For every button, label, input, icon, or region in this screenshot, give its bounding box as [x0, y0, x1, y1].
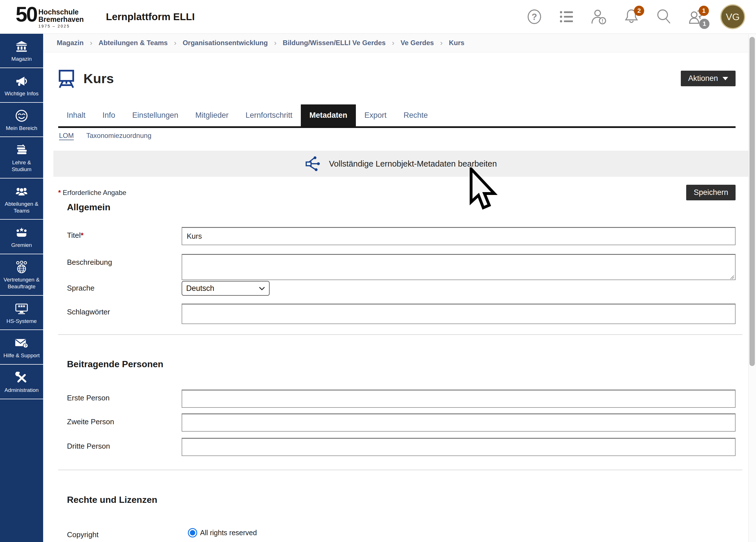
section-heading-allgemein: Allgemein: [67, 202, 110, 213]
required-asterisk: *: [58, 189, 61, 196]
breadcrumb-item[interactable]: Kurs: [449, 39, 465, 47]
committee-icon: [15, 226, 28, 240]
sidebar-item-lehre-studium[interactable]: Lehre & Studium: [0, 137, 43, 178]
breadcrumb-item[interactable]: Abteilungen & Teams: [98, 39, 168, 47]
chevron-right-icon: ›: [174, 39, 177, 47]
edit-full-metadata-banner[interactable]: Vollständige Lernobjekt-Metadaten bearbe…: [53, 151, 749, 177]
sidebar-item-label: Wichtige Infos: [5, 90, 38, 97]
megaphone-icon: [15, 74, 28, 88]
save-button[interactable]: Speichern: [686, 185, 736, 200]
erste-person-label: Erste Person: [67, 390, 182, 408]
awareness-button[interactable]: !: [591, 8, 607, 26]
page-title: Kurs: [83, 71, 114, 86]
breadcrumb-item[interactable]: Magazin: [57, 39, 84, 47]
metadata-hub-icon: [305, 156, 322, 171]
dritte-person-input[interactable]: [182, 438, 736, 456]
search-button[interactable]: [656, 8, 672, 26]
tools-icon: [15, 371, 28, 385]
tab-mitglieder[interactable]: Mitglieder: [187, 104, 237, 126]
smiley-icon: [15, 109, 28, 123]
contacts-button[interactable]: 1 1: [688, 8, 704, 26]
sidebar-item-label: Lehre & Studium: [2, 159, 41, 173]
breadcrumb-item[interactable]: Bildung/Wissen/ELLI Ve Gerdes: [283, 39, 386, 47]
schlagwoerter-input[interactable]: [182, 304, 736, 324]
actions-button[interactable]: Aktionen: [681, 71, 736, 86]
scrollbar-thumb[interactable]: [749, 37, 755, 366]
svg-text:***: ***: [18, 303, 25, 310]
sidebar-item-vertretungen-beauftragte[interactable]: Vertretungen & Beauftragte: [0, 254, 43, 296]
copyright-radio[interactable]: [188, 528, 197, 537]
logo-line1: Hochschule: [38, 9, 84, 16]
erste-person-input[interactable]: [182, 390, 736, 408]
notifications-badge: 2: [634, 6, 644, 16]
zweite-person-input[interactable]: [182, 413, 736, 432]
sidebar-item-hilfe-support[interactable]: ? Hilfe & Support: [0, 330, 43, 365]
help-button[interactable]: ?: [526, 8, 543, 26]
tab-info[interactable]: Info: [94, 104, 124, 126]
mail-help-icon: ?: [15, 336, 28, 350]
section-divider: [58, 470, 742, 470]
caret-down-icon: [723, 77, 728, 80]
monitor-icon: ***: [15, 302, 28, 316]
tab-export[interactable]: Export: [356, 104, 395, 126]
sidebar-item-hs-systeme[interactable]: *** HS-Systeme: [0, 296, 43, 330]
page-scrollbar[interactable]: [748, 33, 756, 542]
tab-rechte[interactable]: Rechte: [395, 104, 436, 126]
breadcrumb-item[interactable]: Organisationsentwicklung: [183, 39, 268, 47]
sidebar-item-magazin[interactable]: Magazin: [0, 33, 43, 68]
sidebar-item-label: Administration: [5, 387, 39, 394]
sidebar-item-label: Vertretungen & Beauftragte: [2, 276, 41, 290]
save-button-label: Speichern: [694, 188, 728, 197]
notifications-button[interactable]: 2: [623, 8, 640, 26]
tab-lernfortschritt[interactable]: Lernfortschritt: [237, 104, 301, 126]
sprache-label: Sprache: [67, 281, 182, 296]
subtab-taxonomiezuordnung[interactable]: Taxonomiezuordnung: [86, 132, 152, 140]
tab-einstellungen[interactable]: Einstellungen: [124, 104, 187, 126]
copyright-radio-label: All rights reserved: [200, 529, 257, 537]
help-icon: ?: [527, 9, 542, 25]
main-sidebar: Magazin Wichtige Infos Mein Bereich: [0, 33, 43, 542]
chevron-right-icon: ›: [90, 39, 93, 47]
sidebar-item-label: Mein Bereich: [6, 125, 37, 132]
user-avatar[interactable]: VG: [720, 4, 745, 29]
people-group-icon: [15, 185, 28, 198]
chevron-right-icon: ›: [440, 39, 443, 47]
tab-metadaten[interactable]: Metadaten: [301, 104, 356, 126]
subtab-lom[interactable]: LOM: [59, 132, 74, 140]
svg-text:!: !: [602, 18, 603, 24]
breadcrumb: Magazin› Abteilungen & Teams› Organisati…: [43, 33, 749, 52]
sidebar-item-abteilungen-teams[interactable]: Abteilungen & Teams: [0, 178, 43, 220]
schlagwoerter-label: Schlagwörter: [67, 304, 182, 324]
section-heading-rechte: Rechte und Lizenzen: [67, 495, 157, 505]
zweite-person-label: Zweite Person: [67, 413, 182, 432]
tab-bar: Inhalt Info Einstellungen Mitglieder Ler…: [58, 104, 736, 128]
sidebar-item-label: HS-Systeme: [7, 318, 37, 325]
hochschule-bremerhaven-logo: 50 Hochschule Bremerhaven 1975 – 2025: [16, 5, 84, 28]
list-icon: [559, 9, 574, 24]
top-header: 50 Hochschule Bremerhaven 1975 – 2025 Le…: [0, 0, 756, 34]
breadcrumb-item[interactable]: Ve Gerdes: [401, 39, 434, 47]
required-asterisk: *: [81, 231, 83, 240]
sprache-select[interactable]: Deutsch: [182, 281, 270, 296]
chevron-right-icon: ›: [274, 39, 277, 47]
sidebar-item-wichtige-infos[interactable]: Wichtige Infos: [0, 68, 43, 103]
main-content: Magazin› Abteilungen & Teams› Organisati…: [43, 33, 749, 542]
titel-input[interactable]: [182, 227, 736, 245]
actions-button-label: Aktionen: [688, 74, 718, 83]
app-title: Lernplattform ELLI: [106, 11, 195, 22]
beschreibung-label: Beschreibung: [67, 254, 182, 281]
beschreibung-textarea[interactable]: [182, 254, 736, 280]
sidebar-item-administration[interactable]: Administration: [0, 365, 43, 399]
logo-years: 1975 – 2025: [38, 24, 84, 28]
tab-inhalt[interactable]: Inhalt: [58, 104, 94, 126]
svg-text:?: ?: [532, 12, 537, 22]
required-note-text: Erforderliche Angabe: [63, 189, 126, 196]
list-menu-button[interactable]: [558, 8, 575, 26]
subtab-bar: LOM Taxonomiezuordnung: [59, 132, 152, 140]
sidebar-item-gremien[interactable]: Gremien: [0, 220, 43, 254]
sidebar-item-mein-bereich[interactable]: Mein Bereich: [0, 103, 43, 137]
books-icon: [15, 143, 28, 157]
chevron-right-icon: ›: [392, 39, 394, 47]
svg-text:?: ?: [24, 344, 27, 348]
required-note: * Erforderliche Angabe: [58, 189, 126, 197]
